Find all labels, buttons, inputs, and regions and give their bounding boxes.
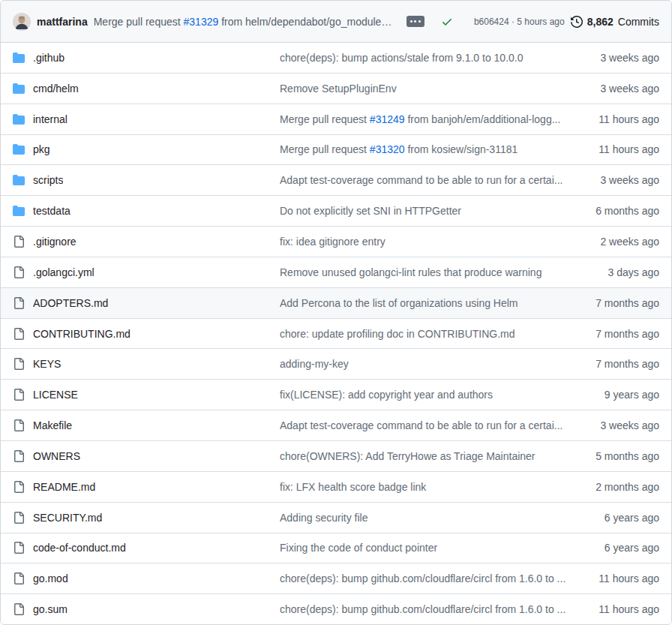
file-name-link[interactable]: .github: [33, 52, 64, 64]
file-name-link[interactable]: .golangci.yml: [33, 266, 94, 278]
commit-time: 6 years ago: [571, 542, 671, 554]
file-row: testdata Do not explicitly set SNI in HT…: [1, 195, 671, 226]
file-name-link[interactable]: testdata: [33, 205, 70, 217]
commit-sha-and-time: b606424 · 5 hours ago: [474, 17, 565, 27]
file-name-cell: SECURITY.md: [1, 512, 280, 524]
file-name-cell: cmd/helm: [1, 83, 280, 95]
file-row: Makefile Adapt test-coverage command to …: [1, 410, 671, 440]
commit-message-prefix: chore: update profiling doc in CONTRIBUT…: [280, 328, 515, 340]
expand-commit-message-button[interactable]: [406, 16, 424, 27]
commit-message-link[interactable]: fix: idea gitignore entry: [280, 236, 571, 248]
commit-message-prefix: Adapt test-coverage command to be able t…: [280, 174, 562, 186]
file-icon: [13, 328, 25, 340]
file-name-cell: .github: [1, 52, 280, 64]
folder-icon: [13, 113, 25, 125]
commit-message-link[interactable]: chore: update profiling doc in CONTRIBUT…: [280, 328, 571, 340]
commit-message-prefix: Merge pull request: [280, 113, 370, 125]
file-name-link[interactable]: go.sum: [33, 603, 68, 615]
file-row: ADOPTERS.md Add Percona to the list of o…: [1, 287, 671, 318]
commit-message-prefix: Fixing the code of conduct pointer: [280, 542, 437, 554]
commit-time: 11 hours ago: [571, 603, 671, 615]
file-row: internal Merge pull request #31249 from …: [1, 104, 671, 134]
commit-time: 3 weeks ago: [571, 83, 671, 95]
commit-message-link[interactable]: fix(LICENSE): add copyright year and aut…: [280, 389, 571, 401]
commit-message-link[interactable]: Add Percona to the list of organizations…: [280, 297, 571, 309]
file-name-link[interactable]: KEYS: [33, 358, 61, 370]
commit-message-link[interactable]: Merge pull request #31320 from kosiew/si…: [280, 143, 571, 155]
commit-message-link[interactable]: chore(deps): bump actions/stale from 9.1…: [280, 52, 571, 64]
file-name-cell: README.md: [1, 481, 280, 493]
file-name-cell: go.sum: [1, 603, 280, 615]
commit-author-link[interactable]: mattfarina: [37, 16, 88, 28]
file-name-link[interactable]: Makefile: [33, 419, 72, 431]
commit-message-link[interactable]: Adapt test-coverage command to be able t…: [280, 419, 571, 431]
file-name-link[interactable]: SECURITY.md: [33, 512, 102, 524]
file-name-cell: KEYS: [1, 358, 280, 370]
commit-relative-time: 5 hours ago: [517, 17, 564, 27]
commit-message-link[interactable]: chore(deps): bump github.com/cloudflare/…: [280, 603, 571, 615]
commit-message-link[interactable]: Remove SetupPluginEnv: [280, 83, 571, 95]
file-icon: [13, 419, 25, 431]
file-name-cell: go.mod: [1, 572, 280, 584]
file-name-link[interactable]: CONTRIBUTING.md: [33, 328, 130, 340]
commit-message-prefix: Remove SetupPluginEnv: [280, 83, 397, 95]
file-name-link[interactable]: ADOPTERS.md: [33, 297, 108, 309]
latest-commit-message-link[interactable]: Merge pull request #31329 from helm/depe…: [94, 16, 394, 28]
commit-message-link[interactable]: fix: LFX health score badge link: [280, 481, 571, 493]
commit-message-prefix: Merge pull request: [280, 143, 370, 155]
file-name-link[interactable]: go.mod: [33, 572, 68, 584]
commit-pr-link[interactable]: #31249: [370, 113, 405, 125]
file-name-link[interactable]: OWNERS: [33, 450, 80, 462]
checks-status-button[interactable]: [441, 16, 453, 28]
commit-message-link[interactable]: Fixing the code of conduct pointer: [280, 542, 571, 554]
file-row: .github chore(deps): bump actions/stale …: [1, 43, 671, 73]
author-avatar[interactable]: [13, 13, 31, 31]
file-row: CONTRIBUTING.md chore: update profiling …: [1, 318, 671, 349]
folder-icon: [13, 143, 25, 155]
commit-message-link[interactable]: Remove unused golangci-lint rules that p…: [280, 266, 571, 278]
file-name-cell: .gitignore: [1, 236, 280, 248]
commit-message-link[interactable]: Adding security file: [280, 512, 571, 524]
commit-history-link[interactable]: 8,862 Commits: [571, 16, 659, 28]
commit-time: 7 months ago: [571, 297, 671, 309]
commit-message-link[interactable]: Merge pull request #31249 from banjoh/em…: [280, 113, 571, 125]
file-name-link[interactable]: cmd/helm: [33, 83, 79, 95]
commit-message-link[interactable]: chore(deps): bump github.com/cloudflare/…: [280, 572, 571, 584]
file-name-cell: CONTRIBUTING.md: [1, 328, 280, 340]
history-icon: [571, 16, 583, 28]
file-row: KEYS adding-my-key 7 months ago: [1, 348, 671, 379]
file-icon: [13, 572, 25, 584]
commit-message-prefix: chore(deps): bump github.com/cloudflare/…: [280, 603, 566, 615]
commit-pr-link[interactable]: #31320: [370, 143, 405, 155]
file-name-link[interactable]: LICENSE: [33, 389, 78, 401]
file-name-cell: ADOPTERS.md: [1, 297, 280, 309]
file-name-link[interactable]: scripts: [33, 174, 63, 186]
file-icon: [13, 358, 25, 370]
commit-time: 11 hours ago: [571, 572, 671, 584]
file-row: LICENSE fix(LICENSE): add copyright year…: [1, 379, 671, 410]
file-name-link[interactable]: internal: [33, 113, 68, 125]
file-name-link[interactable]: .gitignore: [33, 236, 76, 248]
commit-sha-link[interactable]: b606424: [474, 17, 509, 27]
commit-message-link[interactable]: adding-my-key: [280, 358, 571, 370]
commits-label: Commits: [618, 16, 659, 28]
commit-pr-link[interactable]: #31329: [184, 16, 219, 28]
file-icon: [13, 236, 25, 248]
file-icon: [13, 389, 25, 401]
file-name-link[interactable]: README.md: [33, 481, 95, 493]
commit-time: 6 years ago: [571, 512, 671, 524]
file-name-link[interactable]: pkg: [33, 143, 50, 155]
commit-message-prefix: chore(deps): bump github.com/cloudflare/…: [280, 572, 566, 584]
file-row: code-of-conduct.md Fixing the code of co…: [1, 533, 671, 563]
file-icon: [13, 450, 25, 462]
commit-message-link[interactable]: chore(OWNERS): Add TerryHowe as Triage M…: [280, 450, 571, 462]
file-row: cmd/helm Remove SetupPluginEnv 3 weeks a…: [1, 73, 671, 104]
file-name-link[interactable]: code-of-conduct.md: [33, 542, 126, 554]
commit-message-link[interactable]: Adapt test-coverage command to be able t…: [280, 174, 571, 186]
file-icon: [13, 542, 25, 554]
commit-time: 3 weeks ago: [571, 52, 671, 64]
commit-message-suffix: from banjoh/em/additional-logg...: [405, 113, 561, 125]
file-name-cell: OWNERS: [1, 450, 280, 462]
commit-message-link[interactable]: Do not explicitly set SNI in HTTPGetter: [280, 205, 571, 217]
file-name-cell: internal: [1, 113, 280, 125]
